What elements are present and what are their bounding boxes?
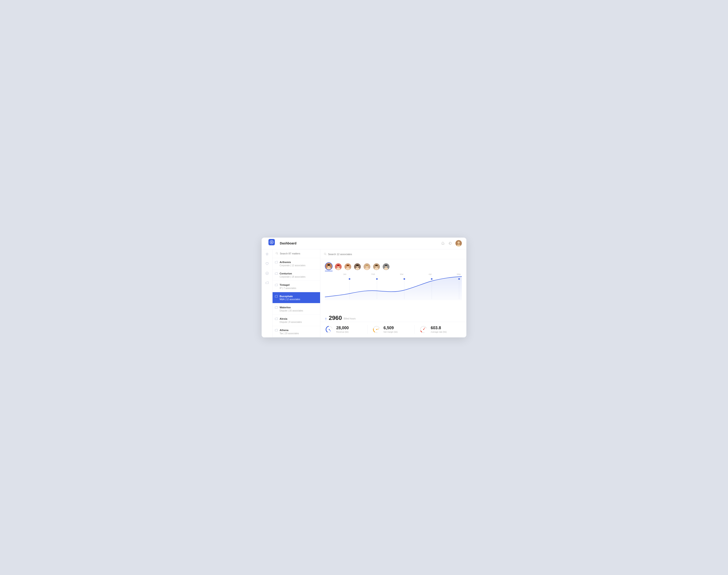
associate-avatar-4[interactable] [353, 263, 361, 271]
associate-active-indicator [325, 271, 333, 271]
associate-avatar-3[interactable] [344, 263, 352, 271]
metric-value-avgrate: 603.8 [431, 326, 447, 330]
sidebar-nav [262, 249, 273, 338]
svg-point-1 [271, 241, 272, 243]
associate-avatar-7[interactable] [382, 263, 390, 271]
matter-folder-icon [275, 283, 278, 287]
svg-point-58 [423, 329, 424, 330]
matter-sub: Corporate | 18 associates [280, 276, 317, 278]
svg-point-32 [375, 265, 378, 266]
associate-wrap-2 [335, 263, 342, 271]
app-window: Dashboard [262, 238, 466, 338]
matter-item-bucephale[interactable]: Bucephale M&A | 12 associates [273, 292, 320, 304]
billed-hours-label: Billed hours [344, 317, 356, 320]
chart-area [320, 275, 466, 313]
matter-name: Arthemis [280, 261, 317, 264]
metrics-row: 28,000 Revenue (k£) 6,509 Net margin (k£… [320, 322, 466, 337]
nav-icon-folder[interactable] [264, 280, 270, 285]
gauge-netmargin [372, 325, 381, 334]
metric-label-revenue: Revenue (k£) [336, 331, 349, 333]
nav-icon-check[interactable] [264, 271, 270, 276]
matter-item-waterloo[interactable]: Waterloo Dispute | 16 associates [273, 303, 320, 315]
billed-arrow-icon: ↑ [325, 317, 327, 321]
associate-wrap-6 [373, 263, 380, 271]
notification-icon[interactable] [441, 241, 445, 245]
matter-item-alesia[interactable]: Alesia Dispute | 8 associates [273, 315, 320, 326]
svg-point-43 [376, 278, 378, 280]
svg-point-31 [375, 268, 379, 270]
svg-point-7 [276, 252, 278, 254]
svg-point-50 [329, 329, 330, 330]
metric-label-netmargin: Net margin (k£) [384, 331, 398, 333]
metric-item-avgrate: 603.8 Average rate (h£) [414, 325, 462, 334]
matter-name: Tintagel [280, 283, 317, 287]
user-avatar[interactable] [455, 240, 462, 246]
month-feb: Feb [372, 273, 375, 275]
matter-sub: Corporate | 12 associates [280, 264, 317, 267]
page-title: Dashboard [280, 241, 296, 245]
svg-point-24 [356, 265, 359, 266]
matter-item-athena[interactable]: Athena Tax | 20 associates [273, 326, 320, 337]
associate-wrap-3 [344, 263, 352, 271]
main-layout: Arthemis Corporate | 12 associates Centu… [262, 249, 466, 338]
associate-wrap-1 [325, 262, 333, 271]
svg-point-45 [431, 278, 433, 280]
matter-folder-icon [275, 261, 278, 264]
detail-panel: Jan Feb Mar Apr May [320, 249, 466, 338]
metric-item-revenue: 28,000 Revenue (k£) [325, 325, 368, 334]
top-bar: Dashboard [262, 238, 466, 249]
svg-point-42 [349, 278, 350, 280]
gauge-revenue [325, 325, 334, 334]
svg-point-54 [376, 329, 377, 330]
matter-sub: M&A | 12 associates [280, 298, 317, 301]
svg-point-19 [346, 268, 350, 270]
associate-avatar-6[interactable] [373, 263, 380, 271]
month-jan: Jan [343, 273, 347, 275]
associate-avatar-2[interactable] [335, 263, 342, 271]
svg-point-28 [366, 265, 368, 266]
matter-sub: IP | 7 associates [280, 287, 317, 290]
svg-point-4 [457, 241, 460, 244]
matter-folder-icon [275, 295, 278, 298]
svg-point-35 [384, 268, 388, 270]
svg-point-12 [327, 264, 330, 266]
metric-value-netmargin: 6,509 [384, 326, 398, 330]
matters-search-bar [273, 249, 320, 258]
matter-name: Bucephale [280, 295, 317, 298]
matter-name: Waterloo [280, 306, 317, 309]
metric-value-revenue: 28,000 [336, 326, 349, 330]
svg-point-44 [404, 278, 405, 280]
svg-point-36 [385, 265, 387, 266]
matter-name: Athena [280, 329, 317, 332]
billed-chart [325, 275, 462, 305]
top-bar-actions [441, 240, 462, 246]
associate-avatar-1[interactable] [325, 262, 333, 270]
matters-search-icon [276, 252, 278, 255]
matter-name: Alesia [280, 317, 317, 320]
associates-search-bar [320, 249, 466, 259]
month-may: May [457, 273, 461, 275]
svg-point-2 [443, 244, 443, 245]
associates-row [320, 259, 466, 273]
billed-hours-value: 2960 [329, 315, 342, 321]
associate-wrap-4 [353, 263, 361, 271]
matter-item-tintagel[interactable]: Tintagel IP | 7 associates [273, 281, 320, 292]
nav-icon-star[interactable] [264, 252, 270, 257]
associates-search-icon [324, 252, 326, 256]
associate-avatar-5[interactable] [363, 263, 371, 271]
svg-point-11 [327, 267, 331, 269]
matter-sub: Dispute | 16 associates [280, 309, 317, 312]
refresh-icon[interactable] [448, 241, 452, 245]
metric-item-netmargin: 6,509 Net margin (k£) [368, 325, 415, 334]
svg-point-6 [266, 272, 268, 275]
svg-point-8 [324, 253, 326, 255]
matter-item-arthemis[interactable]: Arthemis Corporate | 12 associates [273, 258, 320, 269]
matter-item-centurion[interactable]: Centurion Corporate | 18 associates [273, 269, 320, 281]
nav-icon-heart[interactable] [264, 261, 270, 266]
matters-search-input[interactable] [280, 252, 317, 255]
month-apr: Apr [429, 273, 432, 275]
svg-point-27 [365, 268, 369, 270]
associates-search-input[interactable] [328, 253, 463, 256]
matter-name: Centurion [280, 272, 317, 275]
matter-folder-icon [275, 306, 278, 309]
